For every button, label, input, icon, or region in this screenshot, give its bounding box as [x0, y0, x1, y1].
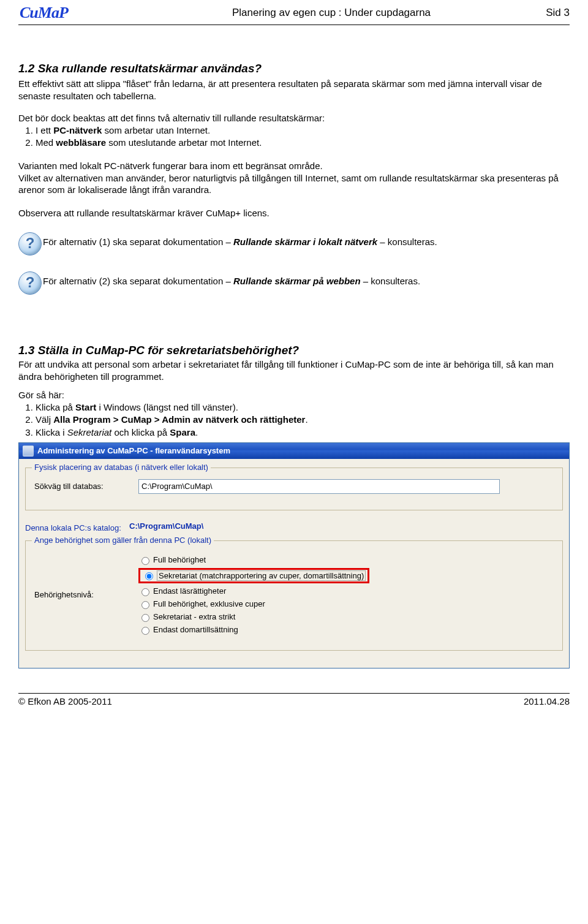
text: För alternativ (2) ska separat dokumenta…: [43, 276, 233, 286]
body-text: Varianten med lokalt PC-nätverk fungerar…: [18, 161, 570, 171]
radio-readonly[interactable]: [141, 588, 149, 596]
section-1-2-heading: 1.2 Ska rullande resultatskärmar använda…: [18, 62, 570, 75]
steps-label: Gör så här:: [18, 390, 570, 400]
text: Med: [36, 137, 56, 148]
app-icon: [23, 445, 34, 456]
page-footer: © Efkon AB 2005-2011 2011.04.28: [18, 693, 570, 706]
radio-label: Sekretariat (matchrapportering av cuper,…: [157, 570, 366, 581]
radio-label: Sekretariat - extra strikt: [153, 612, 235, 621]
radio-label: Endast läsrättigheter: [153, 586, 226, 596]
section-1-3-heading: 1.3 Ställa in CuMap-PC för sekretariatsb…: [18, 344, 570, 357]
text: .: [195, 427, 198, 437]
local-pc-path: C:\Program\CuMap\: [129, 521, 203, 531]
text: Klicka på: [36, 402, 75, 412]
permission-group: Ange behörighet som gäller från denna PC…: [25, 540, 563, 651]
db-path-label: Sökväg till databas:: [34, 482, 138, 491]
list-item: Välj Alla Program > CuMap > Admin av nät…: [36, 414, 570, 426]
bold-text: PC-nätverk: [53, 125, 102, 135]
italic-text: Sekretariat: [67, 427, 112, 437]
list-item: Med webbläsare som uteslutande arbetar m…: [36, 137, 570, 149]
question-icon: ?: [18, 271, 43, 295]
radio-label: Full behörighet, exklusive cuper: [153, 599, 265, 608]
database-location-group: Fysisk placering av databas (i nätverk e…: [25, 468, 563, 510]
group-legend: Fysisk placering av databas (i nätverk e…: [32, 463, 211, 472]
window-title: Administrering av CuMaP-PC - fleranvända…: [37, 446, 230, 455]
admin-window: Administrering av CuMaP-PC - fleranvända…: [18, 442, 570, 668]
bold-text: webbläsare: [56, 137, 106, 148]
header-page-number: Sid 3: [521, 7, 570, 19]
radio-label: Full behörighet: [153, 555, 206, 564]
radio-full[interactable]: [141, 557, 149, 565]
window-titlebar: Administrering av CuMaP-PC - fleranvända…: [19, 443, 569, 459]
radio-sekretariat[interactable]: [145, 572, 153, 580]
page-header: CuMaP Planering av egen cup : Under cupd…: [18, 0, 570, 25]
bold-text: Alla Program > CuMap > Admin av nätverk …: [53, 414, 305, 425]
footer-copyright: © Efkon AB 2005-2011: [18, 696, 112, 706]
bold-text: Spara: [170, 427, 195, 437]
body-text: Det bör dock beaktas att det finns två a…: [18, 113, 570, 123]
body-text: Observera att rullande resultatskärmar k…: [18, 207, 570, 219]
radio-full-excl-cups[interactable]: [141, 601, 149, 609]
text: som uteslutande arbetar mot Internet.: [106, 137, 262, 148]
footer-date: 2011.04.28: [524, 696, 570, 706]
group-legend: Ange behörighet som gäller från denna PC…: [32, 536, 214, 545]
question-icon: ?: [18, 232, 43, 256]
text: – konsulteras.: [377, 237, 437, 247]
text: Välj: [36, 414, 53, 425]
highlighted-radio: Sekretariat (matchrapportering av cuper,…: [138, 568, 369, 583]
text: och klicka på: [111, 427, 170, 437]
text: som arbetar utan Internet.: [102, 125, 210, 135]
body-text: För att undvika att personal som arbetar…: [18, 358, 570, 382]
radio-label: Endast domartillsättning: [153, 625, 238, 634]
bold-text: Rullande skärmar på webben: [233, 276, 361, 286]
text: För alternativ (1) ska separat dokumenta…: [43, 237, 233, 247]
header-title: Planering av egen cup : Under cupdagarna: [142, 7, 521, 19]
radio-sekretariat-strict[interactable]: [141, 614, 149, 622]
text: Klicka i: [36, 427, 67, 437]
logo: CuMaP: [18, 4, 142, 22]
body-text: Vilket av alternativen man använder, ber…: [18, 172, 570, 196]
body-text: Ett effektivt sätt att slippa "flåset" f…: [18, 78, 570, 102]
info-note: ? För alternativ (1) ska separat dokumen…: [18, 232, 570, 256]
permission-level-label: Behörighetsnivå:: [34, 590, 138, 599]
info-note: ? För alternativ (2) ska separat dokumen…: [18, 271, 570, 295]
list-item: I ett PC-nätverk som arbetar utan Intern…: [36, 124, 570, 137]
text: – konsulteras.: [361, 276, 421, 286]
text: .: [305, 414, 307, 425]
list-item: Klicka på Start i Windows (längst ned ti…: [36, 401, 570, 414]
db-path-input[interactable]: [138, 479, 500, 494]
list-item: Klicka i Sekretariat och klicka på Spara…: [36, 426, 570, 439]
text: i Windows (längst ned till vänster).: [96, 402, 238, 412]
text: I ett: [36, 125, 53, 135]
local-pc-label: Denna lokala PC:s katalog:: [25, 523, 129, 532]
radio-referee-only[interactable]: [141, 627, 149, 635]
bold-text: Start: [75, 402, 96, 412]
bold-text: Rullande skärmar i lokalt nätverk: [233, 237, 377, 247]
